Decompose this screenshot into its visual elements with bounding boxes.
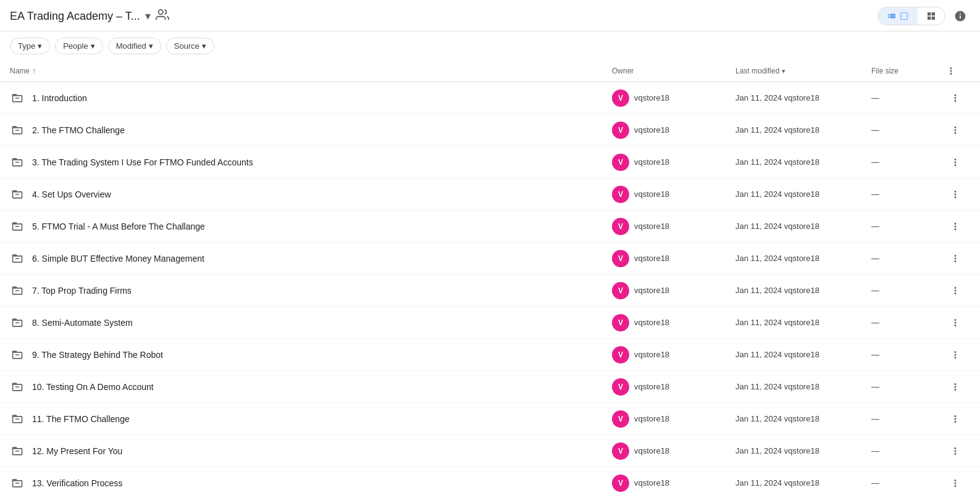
row-more-button[interactable]	[945, 377, 965, 397]
row-more-button[interactable]	[945, 185, 965, 204]
grid-view-button[interactable]	[918, 7, 945, 25]
svg-rect-10	[15, 386, 20, 388]
file-name-cell: 12. My Present For You	[10, 439, 612, 463]
filter-people-chevron: ▾	[91, 41, 95, 51]
title-dropdown-icon[interactable]: ▾	[145, 9, 151, 23]
owner-avatar: V	[612, 250, 629, 267]
filter-people-button[interactable]: People ▾	[55, 38, 103, 54]
table-row[interactable]: 2. The FTMO Challenge V vqstore18 Jan 11…	[0, 114, 980, 146]
owner-name-text: vqstore18	[634, 478, 669, 488]
column-name-label: Name	[10, 67, 30, 75]
modified-cell: Jan 11, 2024 vqstore18	[735, 222, 871, 231]
owner-cell: V vqstore18	[612, 282, 735, 299]
row-actions-cell	[945, 313, 970, 333]
modified-cell: Jan 11, 2024 vqstore18	[735, 478, 871, 488]
file-name-cell: 5. FTMO Trial - A Must Before The Challa…	[10, 214, 612, 239]
modified-cell: Jan 11, 2024 vqstore18	[735, 446, 871, 455]
modified-cell: Jan 11, 2024 vqstore18	[735, 189, 871, 199]
folder-icon	[10, 476, 25, 491]
folder-icon	[10, 123, 25, 138]
table-row[interactable]: 3. The Trading System I Use For FTMO Fun…	[0, 146, 980, 178]
svg-rect-7	[15, 290, 20, 291]
file-name-text: 2. The FTMO Challenge	[32, 125, 125, 135]
row-more-button[interactable]	[945, 120, 965, 140]
owner-name-text: vqstore18	[634, 157, 669, 167]
svg-rect-11	[15, 418, 20, 420]
file-name-cell: 1. Introduction	[10, 86, 612, 110]
table-row[interactable]: 4. Set Ups Overview V vqstore18 Jan 11, …	[0, 178, 980, 210]
owner-name-text: vqstore18	[634, 414, 669, 423]
filesize-cell: —	[871, 93, 945, 102]
row-more-button[interactable]	[945, 313, 965, 333]
column-last-modified[interactable]: Last modified ▾	[735, 65, 871, 77]
file-name-text: 12. My Present For You	[32, 446, 122, 456]
filesize-cell: —	[871, 254, 945, 263]
folder-icon	[10, 91, 25, 106]
filesize-cell: —	[871, 350, 945, 359]
filter-modified-button[interactable]: Modified ▾	[108, 38, 161, 54]
file-name-text: 9. The Strategy Behind The Robot	[32, 350, 163, 360]
row-more-button[interactable]	[945, 217, 965, 236]
table-row[interactable]: 5. FTMO Trial - A Must Before The Challa…	[0, 210, 980, 243]
owner-cell: V vqstore18	[612, 154, 735, 171]
row-more-button[interactable]	[945, 409, 965, 429]
filter-source-chevron: ▾	[202, 41, 206, 51]
filters-bar: Type ▾ People ▾ Modified ▾ Source ▾	[0, 31, 980, 60]
column-file-size: File size	[871, 65, 945, 77]
filter-source-button[interactable]: Source ▾	[166, 38, 214, 54]
table-row[interactable]: 10. Testing On A Demo Account V vqstore1…	[0, 371, 980, 403]
svg-point-0	[158, 9, 162, 14]
people-icon[interactable]	[156, 8, 169, 25]
filter-modified-label: Modified	[116, 41, 146, 51]
row-more-button[interactable]	[945, 152, 965, 172]
filter-people-label: People	[63, 41, 88, 51]
file-name-cell: 6. Simple BUT Effective Money Management	[10, 246, 612, 271]
table-row[interactable]: 6. Simple BUT Effective Money Management…	[0, 243, 980, 275]
modified-cell: Jan 11, 2024 vqstore18	[735, 254, 871, 263]
table-row[interactable]: 7. Top Prop Trading Firms V vqstore18 Ja…	[0, 275, 980, 307]
owner-avatar: V	[612, 122, 629, 139]
column-name-sort-icon: ↑	[32, 67, 36, 75]
filter-type-chevron: ▾	[38, 41, 42, 51]
table-header-row: Name ↑ Owner Last modified ▾ File size	[0, 60, 980, 82]
folder-icon	[10, 219, 25, 234]
owner-cell: V vqstore18	[612, 378, 735, 396]
owner-avatar: V	[612, 314, 629, 331]
owner-avatar: V	[612, 186, 629, 203]
table-row[interactable]: 13. Verification Process V vqstore18 Jan…	[0, 467, 980, 498]
row-more-button[interactable]	[945, 88, 965, 108]
table-row[interactable]: 8. Semi-Automate System V vqstore18 Jan …	[0, 307, 980, 339]
row-more-button[interactable]	[945, 281, 965, 301]
owner-cell: V vqstore18	[612, 442, 735, 460]
row-actions-cell	[945, 185, 970, 204]
filesize-cell: —	[871, 318, 945, 327]
file-name-text: 3. The Trading System I Use For FTMO Fun…	[32, 157, 253, 167]
info-button[interactable]	[950, 6, 970, 26]
table-row[interactable]: 11. The FTMO Challenge V vqstore18 Jan 1…	[0, 403, 980, 435]
file-name-cell: 13. Verification Process	[10, 471, 612, 496]
row-more-button[interactable]	[945, 249, 965, 268]
column-actions	[945, 65, 970, 77]
owner-name-text: vqstore18	[634, 318, 669, 327]
filter-type-button[interactable]: Type ▾	[10, 38, 50, 54]
svg-rect-5	[15, 226, 20, 227]
folder-icon	[10, 412, 25, 426]
list-view-button[interactable]	[878, 7, 918, 25]
file-name-cell: 4. Set Ups Overview	[10, 182, 612, 207]
table-row[interactable]: 12. My Present For You V vqstore18 Jan 1…	[0, 435, 980, 467]
owner-cell: V vqstore18	[612, 122, 735, 139]
row-more-button[interactable]	[945, 473, 965, 493]
owner-name-text: vqstore18	[634, 254, 669, 263]
column-name[interactable]: Name ↑	[10, 65, 612, 77]
owner-cell: V vqstore18	[612, 250, 735, 267]
folder-icon	[10, 315, 25, 330]
table-row[interactable]: 1. Introduction V vqstore18 Jan 11, 2024…	[0, 82, 980, 114]
row-more-button[interactable]	[945, 441, 965, 461]
filesize-cell: —	[871, 446, 945, 455]
owner-avatar: V	[612, 378, 629, 396]
table-row[interactable]: 9. The Strategy Behind The Robot V vqsto…	[0, 339, 980, 371]
row-actions-cell	[945, 281, 970, 301]
row-more-button[interactable]	[945, 345, 965, 365]
row-actions-cell	[945, 120, 970, 140]
file-name-text: 11. The FTMO Challenge	[32, 414, 130, 424]
